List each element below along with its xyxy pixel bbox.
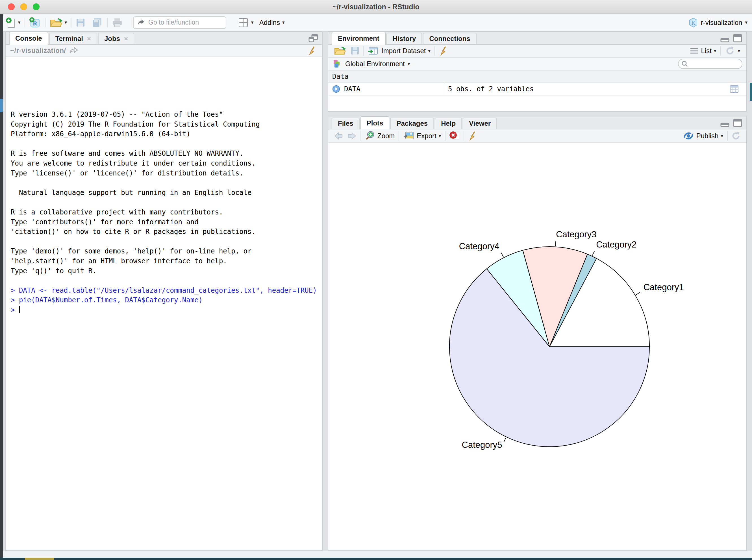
close-icon[interactable]: × <box>124 35 128 42</box>
save-all-icon <box>91 17 103 28</box>
tab-connections[interactable]: Connections <box>423 33 476 44</box>
working-directory: ~/r-visualization/ <box>10 47 66 55</box>
previous-plot-icon[interactable] <box>333 132 344 140</box>
export-plot-button[interactable]: Export ▾ <box>400 131 444 141</box>
clear-objects-icon[interactable] <box>439 46 449 56</box>
close-icon[interactable]: × <box>87 35 91 42</box>
save-all-button[interactable] <box>88 17 106 28</box>
goto-file-function-input[interactable] <box>148 18 232 26</box>
clear-all-plots-icon[interactable] <box>468 131 478 141</box>
import-dataset-button[interactable]: Import Dataset ▾ <box>365 46 433 56</box>
tab-environment[interactable]: Environment <box>332 32 386 45</box>
console-line: Platform: x86_64-apple-darwin15.6.0 (64-… <box>11 129 322 139</box>
pie-label-tick <box>555 241 556 246</box>
tab-console[interactable]: Console <box>9 32 48 45</box>
console-line: > pie(DATA$Number.of.Times, DATA$Categor… <box>11 295 322 305</box>
pie-label: Category2 <box>596 240 636 249</box>
console-panel: Console Terminal × Jobs × ~/r-visualizat… <box>5 31 323 551</box>
refresh-environment-button[interactable]: ▾ <box>722 45 743 56</box>
object-summary: 5 obs. of 2 variables <box>448 85 534 93</box>
console-line: R is free software and comes with ABSOLU… <box>11 148 322 159</box>
divider <box>434 46 435 56</box>
goto-file-function-box[interactable] <box>133 16 226 29</box>
background-window-sliver-right <box>750 83 752 101</box>
zoom-plot-button[interactable]: Zoom <box>362 131 398 141</box>
column-divider <box>445 83 445 95</box>
clear-console-icon[interactable] <box>307 45 318 56</box>
pane-layout-button[interactable]: ▾ <box>235 17 257 28</box>
refresh-plot-icon[interactable] <box>731 131 741 141</box>
minimize-pane-icon[interactable] <box>720 34 730 42</box>
pie-chart: Category1Category2Category3Category4Cate… <box>328 143 746 551</box>
maximize-pane-icon[interactable] <box>733 119 743 127</box>
show-in-folder-icon[interactable] <box>69 46 79 55</box>
load-workspace-icon[interactable] <box>334 46 346 56</box>
console-line: Type 'license()' or 'licence()' for dist… <box>11 168 322 178</box>
pie-label-tick <box>592 251 595 256</box>
save-workspace-icon[interactable] <box>350 46 360 56</box>
import-dataset-icon <box>368 46 379 56</box>
project-name: r-visualization <box>701 19 743 26</box>
console-line: > DATA <- read.table("/Users/lsalazar/co… <box>11 286 322 296</box>
scope-selector[interactable]: Global Environment <box>345 60 405 68</box>
maximize-pane-icon[interactable] <box>733 34 743 42</box>
tab-terminal[interactable]: Terminal × <box>49 33 97 44</box>
main-toolbar: ▾ R ▾ <box>3 14 752 32</box>
zoom-magnifier-icon <box>364 131 375 141</box>
project-menu-button[interactable]: R r-visualization ▾ <box>684 17 752 28</box>
rstudio-window: ~/r-visualization - RStudio ▾ R ▾ <box>0 0 752 560</box>
svg-text:R: R <box>691 20 695 26</box>
chevron-down-icon: ▾ <box>65 20 67 25</box>
environment-tabbar: Environment History Connections <box>328 32 746 45</box>
chevron-down-icon: ▾ <box>439 134 441 138</box>
divider <box>25 18 25 27</box>
open-file-button[interactable]: ▾ <box>47 17 70 28</box>
new-project-button[interactable]: R <box>26 17 44 28</box>
background-window-sliver-bottom <box>0 558 752 560</box>
chevron-down-icon: ▾ <box>408 62 410 66</box>
expand-object-icon[interactable] <box>332 85 341 93</box>
list-view-button[interactable]: List ▾ <box>687 47 719 55</box>
pie-label-tick <box>504 437 506 442</box>
tab-help[interactable]: Help <box>435 118 462 129</box>
tab-jobs[interactable]: Jobs × <box>98 33 134 44</box>
tab-viewer[interactable]: Viewer <box>463 118 497 129</box>
console-line: Natural language support but running in … <box>11 188 322 198</box>
object-row-data[interactable]: DATA 5 obs. of 2 variables <box>328 83 746 96</box>
publish-icon <box>683 131 694 141</box>
save-button[interactable] <box>73 17 88 28</box>
save-icon <box>76 17 86 28</box>
tab-files[interactable]: Files <box>332 118 360 129</box>
import-dataset-label: Import Dataset <box>381 47 426 55</box>
remove-plot-icon[interactable] <box>449 131 460 141</box>
refresh-icon <box>725 45 735 56</box>
console-input-area[interactable]: R version 3.6.1 (2019-07-05) -- "Action … <box>6 101 322 551</box>
print-button[interactable] <box>109 17 126 28</box>
divider <box>71 18 72 27</box>
view-table-icon[interactable] <box>729 85 739 93</box>
restore-pane-icon[interactable] <box>308 34 318 43</box>
new-file-button[interactable]: ▾ <box>3 17 23 28</box>
publish-button[interactable]: Publish ▾ <box>680 131 726 141</box>
next-plot-icon[interactable] <box>347 132 357 140</box>
console-line <box>11 178 322 188</box>
tab-history[interactable]: History <box>386 33 422 44</box>
console-path-bar: ~/r-visualization/ <box>6 45 322 57</box>
environment-scope-row: Global Environment ▾ <box>328 58 746 71</box>
console-output: R version 3.6.1 (2019-07-05) -- "Action … <box>6 101 322 315</box>
tab-packages[interactable]: Packages <box>390 118 434 129</box>
plots-toolbar: Zoom Export ▾ Pu <box>328 129 746 143</box>
console-cursor <box>19 306 20 313</box>
title-bar: ~/r-visualization - RStudio <box>0 0 752 14</box>
divider <box>445 131 446 141</box>
console-line: 'citation()' on how to cite R or R packa… <box>11 227 322 237</box>
divider <box>727 131 728 141</box>
export-image-icon <box>403 131 414 141</box>
minimize-pane-icon[interactable] <box>720 119 730 127</box>
tab-plots[interactable]: Plots <box>361 116 390 129</box>
console-line <box>11 237 322 247</box>
chevron-down-icon: ▾ <box>714 48 716 54</box>
environment-search-input[interactable] <box>690 60 739 68</box>
environment-search-box[interactable] <box>678 59 743 69</box>
addins-button[interactable]: Addins ▾ <box>257 19 288 26</box>
